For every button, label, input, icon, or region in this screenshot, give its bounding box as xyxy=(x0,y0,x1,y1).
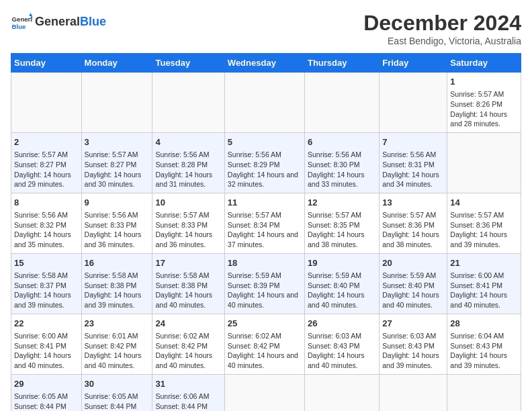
sunset-text: Sunset: 8:38 PM xyxy=(155,281,208,289)
calendar-week-row: 2Sunrise: 5:57 AMSunset: 8:27 PMDaylight… xyxy=(11,132,521,193)
sunset-text: Sunset: 8:35 PM xyxy=(308,221,360,229)
sunset-text: Sunset: 8:26 PM xyxy=(450,100,502,108)
calendar-cell: 11Sunrise: 5:57 AMSunset: 8:34 PMDayligh… xyxy=(224,193,304,253)
daylight-text: Daylight: 14 hours and 40 minutes. xyxy=(228,291,298,309)
day-number: 30 xyxy=(85,378,150,390)
daylight-text: Daylight: 14 hours and 39 minutes. xyxy=(382,351,439,369)
day-number: 31 xyxy=(155,378,221,390)
day-number: 11 xyxy=(228,197,302,209)
calendar-cell xyxy=(224,73,304,133)
calendar-cell xyxy=(380,374,447,411)
day-number: 23 xyxy=(85,318,150,330)
sunset-text: Sunset: 8:36 PM xyxy=(450,221,502,229)
daylight-text: Daylight: 14 hours and 39 minutes. xyxy=(85,291,142,309)
calendar-cell: 24Sunrise: 6:02 AMSunset: 8:42 PMDayligh… xyxy=(152,314,224,374)
calendar-week-row: 8Sunrise: 5:56 AMSunset: 8:32 PMDaylight… xyxy=(11,193,521,253)
weekday-header-monday: Monday xyxy=(81,54,152,73)
day-number: 3 xyxy=(85,136,150,148)
svg-marker-2 xyxy=(29,13,32,16)
daylight-text: Daylight: 14 hours and 40 minutes. xyxy=(308,351,365,369)
sunset-text: Sunset: 8:44 PM xyxy=(85,402,137,410)
sunset-text: Sunset: 8:30 PM xyxy=(308,161,360,169)
calendar-cell: 22Sunrise: 6:00 AMSunset: 8:41 PMDayligh… xyxy=(11,314,82,374)
calendar-week-row: 29Sunrise: 6:05 AMSunset: 8:44 PMDayligh… xyxy=(11,374,521,411)
title-block: December 2024 East Bendigo, Victoria, Au… xyxy=(363,11,521,46)
location-label: East Bendigo, Victoria, Australia xyxy=(363,36,521,46)
sunrise-text: Sunrise: 5:56 AM xyxy=(85,211,138,219)
day-number: 12 xyxy=(308,197,376,209)
daylight-text: Daylight: 14 hours and 39 minutes. xyxy=(450,230,507,248)
calendar-cell xyxy=(380,73,447,133)
daylight-text: Daylight: 14 hours and 40 minutes. xyxy=(85,351,142,369)
day-number: 27 xyxy=(382,318,444,330)
calendar-cell: 10Sunrise: 5:57 AMSunset: 8:33 PMDayligh… xyxy=(152,193,224,253)
calendar-cell: 6Sunrise: 5:56 AMSunset: 8:30 PMDaylight… xyxy=(304,132,379,193)
page-header: General Blue GeneralBlue December 2024 E… xyxy=(11,11,521,46)
calendar-cell: 19Sunrise: 5:59 AMSunset: 8:40 PMDayligh… xyxy=(304,253,379,314)
day-number: 22 xyxy=(14,318,79,330)
sunset-text: Sunset: 8:33 PM xyxy=(155,221,208,229)
sunset-text: Sunset: 8:37 PM xyxy=(14,281,66,289)
daylight-text: Daylight: 14 hours and 31 minutes. xyxy=(155,171,212,189)
day-number: 10 xyxy=(155,197,221,209)
day-number: 2 xyxy=(14,136,79,148)
day-number: 16 xyxy=(85,257,150,269)
calendar-cell: 16Sunrise: 5:58 AMSunset: 8:38 PMDayligh… xyxy=(81,253,152,314)
day-number: 14 xyxy=(450,197,518,209)
sunset-text: Sunset: 8:42 PM xyxy=(85,342,137,350)
day-number: 24 xyxy=(155,318,221,330)
sunrise-text: Sunrise: 5:56 AM xyxy=(382,150,436,158)
sunrise-text: Sunrise: 6:03 AM xyxy=(308,332,361,340)
daylight-text: Daylight: 14 hours and 35 minutes. xyxy=(14,230,71,248)
daylight-text: Daylight: 14 hours and 40 minutes. xyxy=(382,291,439,309)
sunset-text: Sunset: 8:44 PM xyxy=(155,402,208,410)
day-number: 1 xyxy=(450,76,518,88)
day-number: 9 xyxy=(85,197,150,209)
calendar-cell: 9Sunrise: 5:56 AMSunset: 8:33 PMDaylight… xyxy=(81,193,152,253)
daylight-text: Daylight: 14 hours and 32 minutes. xyxy=(228,171,298,189)
calendar-header: SundayMondayTuesdayWednesdayThursdayFrid… xyxy=(11,54,521,73)
calendar-cell: 18Sunrise: 5:59 AMSunset: 8:39 PMDayligh… xyxy=(224,253,304,314)
sunrise-text: Sunrise: 5:59 AM xyxy=(308,271,361,279)
calendar-cell: 1Sunrise: 5:57 AMSunset: 8:26 PMDaylight… xyxy=(447,73,521,133)
sunrise-text: Sunrise: 5:56 AM xyxy=(308,150,361,158)
daylight-text: Daylight: 14 hours and 38 minutes. xyxy=(382,230,439,248)
day-number: 17 xyxy=(155,257,221,269)
day-number: 4 xyxy=(155,136,221,148)
sunset-text: Sunset: 8:28 PM xyxy=(155,161,208,169)
weekday-header-thursday: Thursday xyxy=(304,54,379,73)
day-number: 26 xyxy=(308,318,376,330)
calendar-cell xyxy=(304,374,379,411)
calendar-week-row: 15Sunrise: 5:58 AMSunset: 8:37 PMDayligh… xyxy=(11,253,521,314)
calendar-cell: 21Sunrise: 6:00 AMSunset: 8:41 PMDayligh… xyxy=(447,253,521,314)
sunset-text: Sunset: 8:42 PM xyxy=(155,342,208,350)
sunrise-text: Sunrise: 5:56 AM xyxy=(155,150,209,158)
sunset-text: Sunset: 8:33 PM xyxy=(85,221,137,229)
day-number: 19 xyxy=(308,257,376,269)
calendar-cell: 4Sunrise: 5:56 AMSunset: 8:28 PMDaylight… xyxy=(152,132,224,193)
weekday-header-saturday: Saturday xyxy=(447,54,521,73)
daylight-text: Daylight: 14 hours and 40 minutes. xyxy=(155,351,212,369)
weekday-header-tuesday: Tuesday xyxy=(152,54,224,73)
calendar-cell xyxy=(447,132,521,193)
daylight-text: Daylight: 14 hours and 40 minutes. xyxy=(155,291,212,309)
calendar-cell: 5Sunrise: 5:56 AMSunset: 8:29 PMDaylight… xyxy=(224,132,304,193)
day-number: 21 xyxy=(450,257,518,269)
calendar-cell: 12Sunrise: 5:57 AMSunset: 8:35 PMDayligh… xyxy=(304,193,379,253)
sunrise-text: Sunrise: 6:00 AM xyxy=(450,271,504,279)
sunrise-text: Sunrise: 6:00 AM xyxy=(14,332,68,340)
weekday-header-friday: Friday xyxy=(380,54,447,73)
daylight-text: Daylight: 14 hours and 37 minutes. xyxy=(228,230,298,248)
sunset-text: Sunset: 8:31 PM xyxy=(382,161,435,169)
daylight-text: Daylight: 14 hours and 34 minutes. xyxy=(382,171,439,189)
sunrise-text: Sunrise: 5:57 AM xyxy=(14,150,68,158)
sunset-text: Sunset: 8:43 PM xyxy=(450,342,502,350)
daylight-text: Daylight: 14 hours and 30 minutes. xyxy=(85,171,142,189)
logo-icon: General Blue xyxy=(11,11,32,32)
daylight-text: Daylight: 14 hours and 39 minutes. xyxy=(14,291,71,309)
sunrise-text: Sunrise: 5:57 AM xyxy=(382,211,436,219)
sunset-text: Sunset: 8:44 PM xyxy=(14,402,66,410)
weekday-header-sunday: Sunday xyxy=(11,54,82,73)
calendar-cell: 28Sunrise: 6:04 AMSunset: 8:43 PMDayligh… xyxy=(447,314,521,374)
sunrise-text: Sunrise: 6:02 AM xyxy=(155,332,209,340)
